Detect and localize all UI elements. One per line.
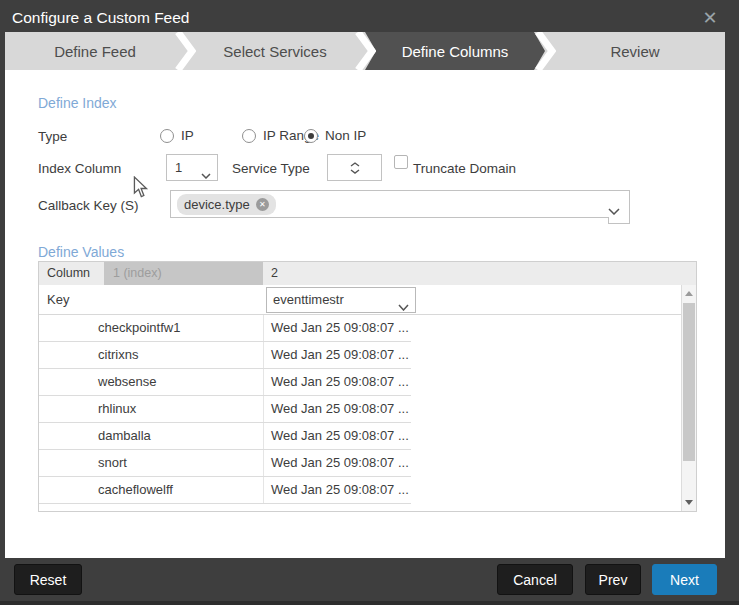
- table-row[interactable]: rhlinuxWed Jan 25 09:08:07 ...: [39, 396, 411, 423]
- dialog-content: Define Index Type IP IP Range Non IP Ind…: [5, 70, 725, 558]
- define-values-title: Define Values: [38, 244, 124, 260]
- vertical-scrollbar[interactable]: [681, 285, 696, 511]
- dialog-bottom-edge: [0, 601, 739, 605]
- close-icon[interactable]: ✕: [699, 7, 721, 29]
- header-cell-column: Column: [39, 262, 105, 285]
- custom-feed-dialog: Configure a Custom Feed ✕ Define Feed Se…: [0, 0, 739, 605]
- define-values-table: Column 1 (index) 2 Key eventtimestr chec…: [38, 261, 697, 512]
- tab-define-columns-label: Define Columns: [402, 43, 509, 60]
- row-index-value: rhlinux: [39, 396, 264, 422]
- service-type-label: Service Type: [232, 161, 310, 176]
- prev-button[interactable]: Prev: [585, 564, 641, 595]
- callback-key-tag-text: device.type: [184, 197, 250, 212]
- next-button[interactable]: Next: [652, 564, 717, 595]
- service-type-spinner[interactable]: [327, 154, 382, 181]
- scroll-up-icon[interactable]: [685, 291, 693, 296]
- scroll-down-icon[interactable]: [685, 500, 693, 505]
- tab-define-columns[interactable]: Define Columns: [365, 32, 545, 70]
- row-index-value: snort: [39, 450, 264, 476]
- table-row[interactable]: cacheflowelffWed Jan 25 09:08:07 ...: [39, 477, 411, 504]
- cancel-button[interactable]: Cancel: [497, 564, 573, 595]
- radio-ip-icon: [160, 129, 174, 143]
- row-col2-value: Wed Jan 25 09:08:07 ...: [264, 315, 411, 341]
- header-cell-index: 1 (index): [105, 262, 263, 285]
- row-index-value: damballa: [39, 423, 264, 449]
- table-header-row: Column 1 (index) 2: [39, 262, 696, 285]
- row-index-value: citrixns: [39, 342, 264, 368]
- radio-ip-range-icon: [242, 129, 256, 143]
- row-col2-value: Wed Jan 25 09:08:07 ...: [264, 450, 411, 476]
- row-col2-value: Wed Jan 25 09:08:07 ...: [264, 477, 411, 503]
- table-row[interactable]: snortWed Jan 25 09:08:07 ...: [39, 450, 411, 477]
- radio-non-ip[interactable]: Non IP: [304, 128, 366, 143]
- callback-key-combo[interactable]: device.type ✕: [170, 190, 630, 218]
- combo-step-notch: [608, 217, 630, 224]
- define-index-title: Define Index: [38, 95, 117, 111]
- spinner-arrows-icon: [350, 162, 360, 174]
- tab-select-services[interactable]: Select Services: [185, 32, 365, 70]
- row-index-value: checkpointfw1: [39, 315, 264, 341]
- index-column-value: 1: [175, 155, 182, 180]
- table-row[interactable]: citrixnsWed Jan 25 09:08:07 ...: [39, 342, 411, 369]
- tab-select-services-label: Select Services: [223, 43, 326, 60]
- index-column-label: Index Column: [38, 161, 121, 176]
- type-label: Type: [38, 129, 67, 144]
- radio-non-ip-icon: [304, 129, 318, 143]
- dialog-title: Configure a Custom Feed: [12, 3, 189, 32]
- row-col2-value: Wed Jan 25 09:08:07 ...: [264, 342, 411, 368]
- callback-key-tag: device.type ✕: [177, 194, 276, 215]
- table-row[interactable]: damballaWed Jan 25 09:08:07 ...: [39, 423, 411, 450]
- tag-remove-icon[interactable]: ✕: [256, 198, 269, 211]
- chevron-down-icon: [398, 297, 409, 315]
- table-row[interactable]: checkpointfw1Wed Jan 25 09:08:07 ...: [39, 315, 411, 342]
- radio-ip-label: IP: [181, 128, 194, 143]
- tab-define-feed-label: Define Feed: [54, 43, 136, 60]
- truncate-domain-checkbox[interactable]: [394, 155, 408, 169]
- radio-ip[interactable]: IP: [160, 128, 194, 143]
- table-rows: checkpointfw1Wed Jan 25 09:08:07 ... cit…: [39, 315, 411, 504]
- mouse-cursor-icon: [133, 176, 149, 199]
- row-index-value: cacheflowelff: [39, 477, 264, 503]
- row-index-value: websense: [39, 369, 264, 395]
- reset-button[interactable]: Reset: [14, 564, 82, 595]
- key-row: Key eventtimestr: [39, 285, 683, 315]
- header-cell-2: 2: [263, 262, 696, 285]
- wizard-steps-bar: Define Feed Select Services Define Colum…: [5, 32, 725, 70]
- radio-non-ip-label: Non IP: [325, 128, 366, 143]
- tab-review-label: Review: [610, 43, 659, 60]
- truncate-domain-label: Truncate Domain: [413, 161, 516, 176]
- row-col2-value: Wed Jan 25 09:08:07 ...: [264, 423, 411, 449]
- key-select-value: eventtimestr: [273, 288, 344, 312]
- table-row[interactable]: websenseWed Jan 25 09:08:07 ...: [39, 369, 411, 396]
- index-column-select[interactable]: 1: [166, 154, 218, 181]
- row-col2-value: Wed Jan 25 09:08:07 ...: [264, 369, 411, 395]
- tab-review[interactable]: Review: [545, 32, 725, 70]
- key-row-label: Key: [47, 285, 69, 315]
- tab-define-feed[interactable]: Define Feed: [5, 32, 185, 70]
- scrollbar-thumb[interactable]: [683, 303, 695, 461]
- dialog-titlebar: Configure a Custom Feed ✕: [5, 3, 725, 32]
- chevron-down-icon: [201, 165, 211, 183]
- row-col2-value: Wed Jan 25 09:08:07 ...: [264, 396, 411, 422]
- callback-key-label: Callback Key (S): [38, 198, 139, 213]
- key-select[interactable]: eventtimestr: [266, 287, 416, 313]
